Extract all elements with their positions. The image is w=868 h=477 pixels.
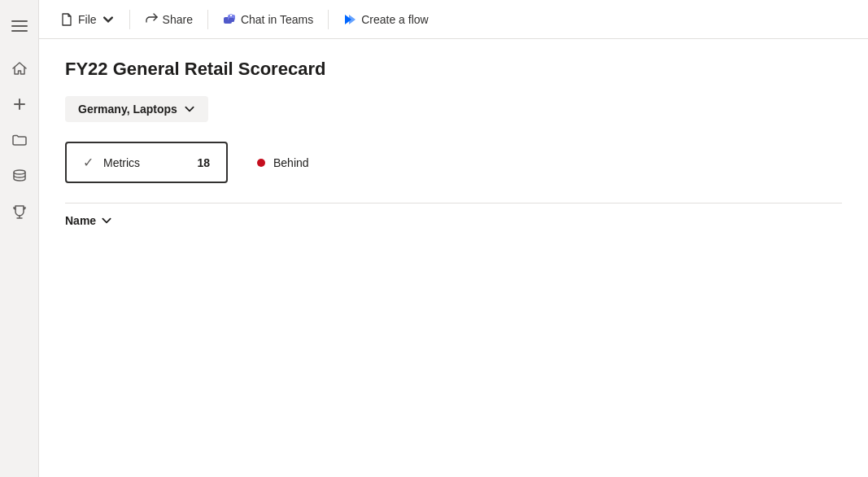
create-flow-label: Create a flow xyxy=(361,13,428,26)
toolbar-divider-3 xyxy=(328,10,329,29)
svg-rect-2 xyxy=(11,30,28,32)
share-button[interactable]: Share xyxy=(137,8,201,31)
metrics-count: 18 xyxy=(197,156,210,169)
status-card[interactable]: Behind xyxy=(241,142,325,183)
svg-rect-0 xyxy=(11,20,28,22)
sidebar-item-browse[interactable] xyxy=(5,125,34,155)
sidebar-item-home[interactable] xyxy=(5,54,34,83)
filter-value: Germany, Laptops xyxy=(78,103,177,116)
svg-rect-1 xyxy=(11,25,28,27)
home-icon xyxy=(11,60,28,77)
power-automate-icon xyxy=(343,13,356,26)
name-column-label: Name xyxy=(65,214,96,227)
chat-teams-label: Chat in Teams xyxy=(241,13,313,26)
svg-marker-12 xyxy=(349,15,355,24)
cards-row: ✓ Metrics 18 Behind xyxy=(65,142,842,183)
folder-icon xyxy=(11,132,28,148)
plus-icon xyxy=(11,96,28,112)
filter-dropdown-button[interactable]: Germany, Laptops xyxy=(65,96,208,122)
chevron-down-icon xyxy=(184,103,195,115)
database-icon xyxy=(11,168,28,184)
sidebar-item-hamburger[interactable] xyxy=(5,11,34,41)
filter-row: Germany, Laptops xyxy=(65,96,842,122)
share-label: Share xyxy=(163,13,193,26)
toolbar: File Share Chat in Teams xyxy=(39,0,868,39)
name-column-header[interactable]: Name xyxy=(65,214,112,227)
status-label: Behind xyxy=(273,156,309,169)
behind-dot-icon xyxy=(257,159,265,167)
file-label: File xyxy=(78,13,97,26)
trophy-icon xyxy=(11,203,28,220)
teams-icon xyxy=(223,13,236,26)
metrics-card[interactable]: ✓ Metrics 18 xyxy=(65,142,228,183)
metrics-label: Metrics xyxy=(103,156,187,169)
name-column-sort-icon xyxy=(101,215,112,226)
checkmark-icon: ✓ xyxy=(83,155,94,170)
svg-point-9 xyxy=(230,14,232,15)
toolbar-divider-2 xyxy=(207,10,208,29)
sidebar xyxy=(0,0,39,477)
content-area: FY22 General Retail Scorecard Germany, L… xyxy=(39,39,868,477)
page-title: FY22 General Retail Scorecard xyxy=(65,59,842,80)
create-flow-button[interactable]: Create a flow xyxy=(335,8,436,31)
file-icon xyxy=(60,13,73,26)
hamburger-icon xyxy=(11,18,28,34)
chat-teams-button[interactable]: Chat in Teams xyxy=(215,8,321,31)
svg-point-5 xyxy=(14,170,25,174)
file-button[interactable]: File xyxy=(52,8,123,31)
svg-rect-4 xyxy=(14,103,25,105)
share-icon xyxy=(145,13,158,26)
file-chevron-icon xyxy=(102,13,115,26)
table-header: Name xyxy=(65,203,842,228)
sidebar-item-goals[interactable] xyxy=(5,197,34,226)
toolbar-divider-1 xyxy=(129,10,130,29)
main-area: File Share Chat in Teams xyxy=(39,0,868,477)
sidebar-item-create[interactable] xyxy=(5,90,34,119)
sidebar-item-data[interactable] xyxy=(5,161,34,190)
svg-rect-10 xyxy=(229,18,234,22)
